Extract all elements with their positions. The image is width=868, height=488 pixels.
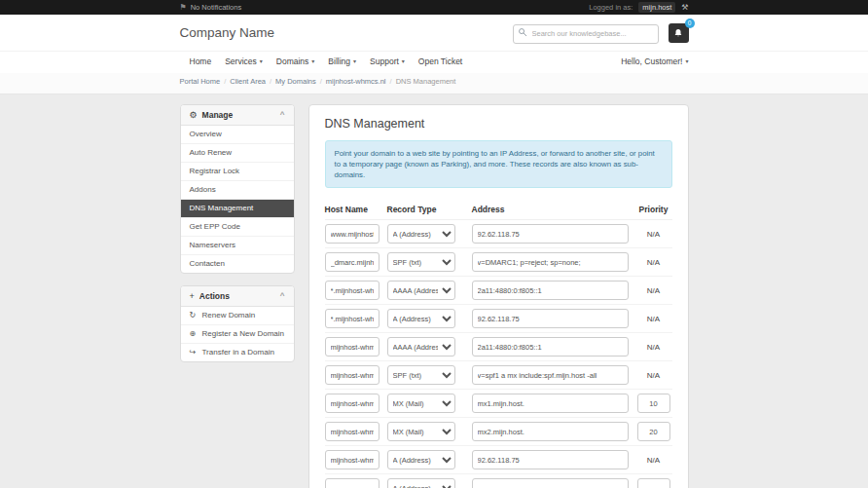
- search-icon: [518, 27, 527, 37]
- logged-in-user-link[interactable]: mijn.host: [638, 2, 675, 13]
- sidebar-action-label: Renew Domain: [202, 311, 256, 319]
- sidebar-action-label: Transfer in a Domain: [202, 348, 274, 357]
- host-name-input[interactable]: [325, 309, 380, 328]
- sidebar-item-get-epp-code[interactable]: Get EPP Code: [181, 217, 294, 236]
- address-input[interactable]: [472, 450, 629, 469]
- register-domain-icon: ⊕: [190, 329, 199, 338]
- sidebar-item-contacten[interactable]: Contacten: [181, 254, 294, 273]
- caret-down-icon: ▾: [353, 58, 356, 64]
- caret-down-icon: ▾: [402, 58, 405, 64]
- sidebar-item-registrar-lock[interactable]: Registrar Lock: [181, 162, 294, 180]
- record-type-select[interactable]: MX (Mail): [387, 394, 455, 413]
- record-type-select[interactable]: A (Address): [387, 224, 455, 244]
- shortcuts-icon[interactable]: ⚒: [681, 3, 688, 12]
- logged-in-as-label: Logged in as:: [589, 3, 633, 12]
- nav-item-services[interactable]: Services▾: [225, 56, 263, 66]
- record-type-select[interactable]: AAAA (Address): [387, 337, 455, 357]
- priority-value: N/A: [637, 315, 670, 323]
- host-name-input[interactable]: [325, 478, 380, 488]
- breadcrumb-item-portal-home[interactable]: Portal Home: [180, 77, 221, 86]
- flag-icon: ⚑: [180, 3, 187, 12]
- company-name: Company Name: [180, 25, 275, 40]
- host-name-input[interactable]: [325, 252, 380, 272]
- host-name-input[interactable]: [325, 281, 380, 300]
- priority-value: N/A: [637, 371, 670, 380]
- record-type-select[interactable]: A (Address): [387, 478, 455, 488]
- dns-rows: A (Address)N/ASPF (txt)N/AAAAA (Address)…: [325, 220, 672, 488]
- notifications-status[interactable]: ⚑ No Notifications: [180, 3, 242, 12]
- record-type-select[interactable]: SPF (txt): [387, 365, 455, 385]
- nav-item-billing[interactable]: Billing▾: [328, 56, 356, 66]
- record-type-select[interactable]: AAAA (Address): [387, 281, 455, 300]
- priority-value: N/A: [637, 456, 670, 465]
- dns-table-header: Host NameRecord TypeAddressPriority: [325, 200, 672, 220]
- record-type-select[interactable]: A (Address): [387, 309, 455, 328]
- main-nav: HomeServices▾Domains▾Billing▾Support▾Ope…: [0, 51, 868, 73]
- sidebar-item-auto-renew[interactable]: Auto Renew: [181, 143, 294, 162]
- address-input[interactable]: [472, 365, 629, 385]
- sidebar-item-addons[interactable]: Addons: [181, 180, 294, 199]
- notifications-bell-button[interactable]: 0: [669, 23, 689, 43]
- host-name-input[interactable]: [325, 224, 380, 244]
- chevron-up-icon: ^: [280, 291, 285, 300]
- plus-icon: +: [190, 291, 195, 301]
- priority-value: N/A: [637, 230, 670, 239]
- dns-record-row: A (Address)N/A: [325, 305, 672, 333]
- header: Company Name 0: [0, 15, 868, 51]
- host-name-input[interactable]: [325, 394, 380, 413]
- manage-menu: OverviewAuto RenewRegistrar LockAddonsDN…: [181, 126, 294, 273]
- search-box: [513, 22, 659, 44]
- sidebar-action-transfer-in-a-domain[interactable]: ↪Transfer in a Domain: [181, 343, 294, 361]
- dns-record-row: A (Address)N/A: [325, 220, 672, 248]
- manage-panel: ⚙ Manage ^ OverviewAuto RenewRegistrar L…: [180, 104, 295, 274]
- address-input[interactable]: [472, 224, 629, 244]
- priority-input[interactable]: [637, 422, 670, 441]
- address-input[interactable]: [472, 478, 629, 488]
- dns-record-row: AAAA (Address)N/A: [325, 277, 672, 305]
- dns-record-row: SPF (txt)N/A: [325, 248, 672, 277]
- breadcrumb-item-client-area[interactable]: Client Area: [230, 77, 266, 86]
- priority-value: N/A: [637, 343, 670, 352]
- sidebar-item-overview[interactable]: Overview: [181, 126, 294, 143]
- nav-item-domains[interactable]: Domains▾: [276, 56, 315, 66]
- nav-item-support[interactable]: Support▾: [370, 56, 405, 66]
- record-type-select[interactable]: SPF (txt): [387, 252, 455, 272]
- manage-panel-header[interactable]: ⚙ Manage ^: [181, 105, 294, 126]
- host-name-input[interactable]: [325, 365, 380, 385]
- address-input[interactable]: [472, 252, 629, 272]
- address-input[interactable]: [472, 394, 629, 413]
- nav-item-open-ticket[interactable]: Open Ticket: [418, 56, 462, 66]
- topbar: ⚑ No Notifications Logged in as: mijn.ho…: [0, 0, 868, 15]
- sidebar-item-dns-management[interactable]: DNS Management: [181, 199, 294, 217]
- host-name-input[interactable]: [325, 337, 380, 357]
- column-header-record-type: Record Type: [387, 205, 455, 214]
- account-menu[interactable]: Hello, Customer! ▾: [621, 56, 688, 66]
- priority-input[interactable]: [637, 478, 670, 488]
- nav-item-home[interactable]: Home: [190, 56, 212, 66]
- sidebar-item-nameservers[interactable]: Nameservers: [181, 236, 294, 254]
- address-input[interactable]: [472, 422, 629, 441]
- address-input[interactable]: [472, 281, 629, 300]
- nav-item-label: Billing: [328, 56, 350, 66]
- breadcrumb-item-my-domains[interactable]: My Domains: [275, 77, 316, 86]
- record-type-select[interactable]: MX (Mail): [387, 422, 455, 441]
- priority-value: N/A: [637, 286, 670, 295]
- host-name-input[interactable]: [325, 450, 380, 469]
- sidebar-action-register-a-new-domain[interactable]: ⊕Register a New Domain: [181, 324, 294, 343]
- sidebar-action-renew-domain[interactable]: ↻Renew Domain: [181, 307, 294, 324]
- address-input[interactable]: [472, 337, 629, 357]
- breadcrumb-item-mijnhost-whmcs-nl[interactable]: mijnhost-whmcs.nl: [326, 77, 386, 86]
- search-input[interactable]: [513, 24, 659, 44]
- host-name-input[interactable]: [325, 422, 380, 441]
- address-input[interactable]: [472, 309, 629, 328]
- page-title: DNS Management: [325, 117, 672, 131]
- actions-panel-title: Actions: [199, 291, 230, 301]
- sidebar: ⚙ Manage ^ OverviewAuto RenewRegistrar L…: [180, 104, 295, 374]
- dns-record-row: A (Address): [325, 474, 672, 488]
- breadcrumb-separator: /: [320, 77, 322, 86]
- sidebar-action-label: Register a New Domain: [202, 329, 284, 338]
- priority-input[interactable]: [637, 394, 670, 413]
- record-type-select[interactable]: A (Address): [387, 450, 455, 469]
- actions-panel-header[interactable]: + Actions ^: [181, 286, 294, 307]
- dns-record-row: SPF (txt)N/A: [325, 361, 672, 390]
